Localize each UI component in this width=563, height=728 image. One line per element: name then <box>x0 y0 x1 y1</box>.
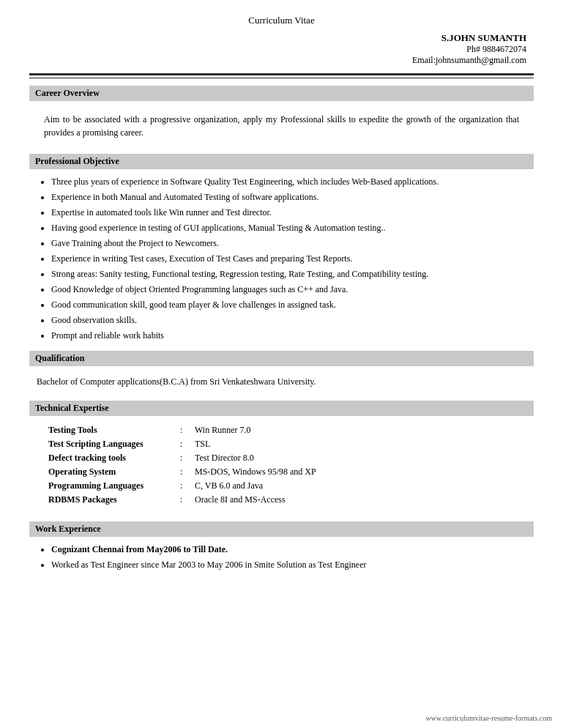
list-item: Cognizant Chennai from May2006 to Till D… <box>51 543 534 556</box>
tech-value: TSL <box>190 437 410 451</box>
list-item: Prompt and reliable work habits <box>51 329 534 342</box>
tech-value: Win Runner 7.0 <box>190 423 410 437</box>
list-item: Gave Training about the Project to Newco… <box>51 237 534 250</box>
tech-value: MS-DOS, Windows 95/98 and XP <box>190 465 410 479</box>
list-item: Good Knowledge of object Oriented Progra… <box>51 283 534 296</box>
career-overview-text: Aim to be associated with a progressive … <box>29 107 534 145</box>
professional-objective-header: Professional Objective <box>29 154 534 169</box>
tech-colon: : <box>176 451 190 465</box>
table-row: Operating System : MS-DOS, Windows 95/98… <box>44 465 410 479</box>
tech-colon: : <box>176 465 190 479</box>
tech-label: Programming Languages <box>44 479 176 493</box>
table-row: Test Scripting Languages : TSL <box>44 437 410 451</box>
qualification-text: Bachelor of Computer applications(B.C.A)… <box>29 372 534 392</box>
work-experience-section: Work Experience Cognizant Chennai from M… <box>29 521 534 571</box>
work-experience-list: Cognizant Chennai from May2006 to Till D… <box>29 543 534 571</box>
email-address: Email:johnsumanth@gmail.com <box>29 55 526 66</box>
professional-objective-section: Professional Objective Three plus years … <box>29 154 534 342</box>
tech-label: Operating System <box>44 465 176 479</box>
tech-colon: : <box>176 423 190 437</box>
tech-table: Testing Tools : Win Runner 7.0 Test Scri… <box>44 423 410 507</box>
tech-colon: : <box>176 437 190 451</box>
contact-info: S.JOHN SUMANTH Ph# 9884672074 Email:john… <box>29 32 534 66</box>
tech-label: RDBMS Packages <box>44 493 176 507</box>
tech-value: Test Director 8.0 <box>190 451 410 465</box>
tech-value: Oracle 8I and MS-Access <box>190 493 410 507</box>
tech-label: Testing Tools <box>44 423 176 437</box>
list-item: Three plus years of experience in Softwa… <box>51 175 534 188</box>
header-separator-thick <box>29 73 534 75</box>
table-row: RDBMS Packages : Oracle 8I and MS-Access <box>44 493 410 507</box>
professional-objective-list: Three plus years of experience in Softwa… <box>29 175 534 342</box>
phone-number: Ph# 9884672074 <box>29 44 526 55</box>
career-overview-section: Career Overview Aim to be associated wit… <box>29 86 534 145</box>
list-item: Experience in writing Test cases, Execut… <box>51 252 534 265</box>
tech-label: Defect tracking tools <box>44 451 176 465</box>
list-item: Experience in both Manual and Automated … <box>51 190 534 204</box>
tech-colon: : <box>176 493 190 507</box>
resume-page: Curriculum Vitae S.JOHN SUMANTH Ph# 9884… <box>0 0 563 728</box>
candidate-name: S.JOHN SUMANTH <box>29 32 526 44</box>
list-item: Good observation skills. <box>51 313 534 327</box>
cv-header: Curriculum Vitae <box>29 15 534 26</box>
technical-expertise-section: Technical Expertise Testing Tools : Win … <box>29 401 534 507</box>
list-item: Strong areas: Sanity testing, Functional… <box>51 267 534 281</box>
work-experience-header: Work Experience <box>29 521 534 537</box>
qualification-section: Qualification Bachelor of Computer appli… <box>29 351 534 392</box>
cv-title: Curriculum Vitae <box>29 15 534 26</box>
tech-colon: : <box>176 479 190 493</box>
table-row: Programming Languages : C, VB 6.0 and Ja… <box>44 479 410 493</box>
header-separator-thin <box>29 78 534 78</box>
tech-value: C, VB 6.0 and Java <box>190 479 410 493</box>
list-item: Expertise in automated tools like Win ru… <box>51 206 534 219</box>
list-item: Having good experience in testing of GUI… <box>51 221 534 234</box>
table-row: Testing Tools : Win Runner 7.0 <box>44 423 410 437</box>
career-overview-header: Career Overview <box>29 86 534 101</box>
technical-expertise-header: Technical Expertise <box>29 401 534 416</box>
qualification-header: Qualification <box>29 351 534 366</box>
table-row: Defect tracking tools : Test Director 8.… <box>44 451 410 465</box>
list-item: Good communication skill, good team play… <box>51 298 534 311</box>
footer-url: www.curriculumvitae-resume-formats.com <box>425 714 552 722</box>
list-item: Worked as Test Engineer since Mar 2003 t… <box>51 558 534 571</box>
tech-label: Test Scripting Languages <box>44 437 176 451</box>
